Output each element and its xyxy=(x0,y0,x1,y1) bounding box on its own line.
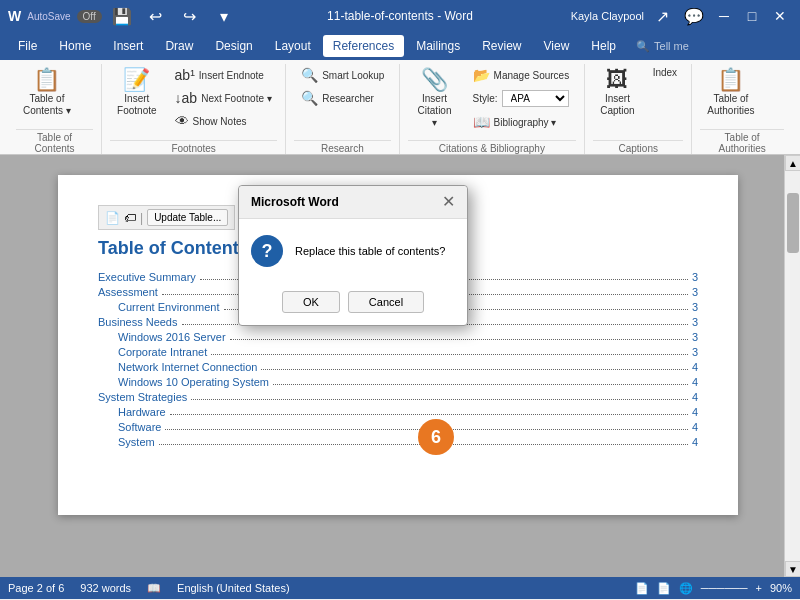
style-button[interactable]: Style: APA MLA Chicago xyxy=(466,87,577,110)
menu-home[interactable]: Home xyxy=(49,35,101,57)
research-group-label: Research xyxy=(294,140,390,154)
restore-button[interactable]: □ xyxy=(740,4,764,28)
next-footnote-button[interactable]: ↓ab Next Footnote ▾ xyxy=(168,87,279,109)
insert-citation-button[interactable]: 📎 InsertCitation ▾ xyxy=(408,64,462,134)
redo-icon[interactable]: ↪ xyxy=(176,2,204,30)
smart-lookup-label: Smart Lookup xyxy=(322,70,384,81)
ribbon-group-footnotes: 📝 InsertFootnote ab¹ Insert Endnote ↓ab … xyxy=(102,64,286,154)
index-button[interactable]: Index xyxy=(646,64,684,81)
manage-sources-label: Manage Sources xyxy=(494,70,570,81)
autosave-label: AutoSave xyxy=(27,11,70,22)
citations-group-label: Citations & Bibliography xyxy=(408,140,577,154)
zoom-in[interactable]: + xyxy=(756,582,762,594)
user-name: Kayla Claypool xyxy=(571,10,644,22)
toc-label: Table ofContents ▾ xyxy=(23,93,71,117)
word-logo-icon: W xyxy=(8,8,21,24)
proofing-icon: 📖 xyxy=(147,582,161,595)
insert-footnote-button[interactable]: 📝 InsertFootnote xyxy=(110,64,163,122)
style-label: Style: xyxy=(473,93,498,104)
step-badge: 6 xyxy=(418,419,454,455)
smart-lookup-icon: 🔍 xyxy=(301,67,318,83)
menu-help[interactable]: Help xyxy=(581,35,626,57)
authorities-label: Table ofAuthorities xyxy=(707,93,754,117)
table-of-contents-button[interactable]: 📋 Table ofContents ▾ xyxy=(16,64,78,122)
ribbon: 📋 Table ofContents ▾ Table of Contents 📝… xyxy=(0,60,800,155)
ribbon-group-toc: 📋 Table ofContents ▾ Table of Contents xyxy=(8,64,102,154)
dialog-overlay: Microsoft Word ✕ ? Replace this table of… xyxy=(58,175,738,515)
caption-label: InsertCaption xyxy=(600,93,634,117)
ribbon-group-captions: 🖼 InsertCaption Index Captions xyxy=(585,64,692,154)
autosave-toggle[interactable]: Off xyxy=(77,10,102,23)
researcher-button[interactable]: 🔍 Researcher xyxy=(294,87,391,109)
ribbon-group-captions-content: 🖼 InsertCaption Index xyxy=(593,64,684,138)
scroll-track xyxy=(785,171,800,561)
menu-layout[interactable]: Layout xyxy=(265,35,321,57)
page-info: Page 2 of 6 xyxy=(8,582,64,594)
menu-view[interactable]: View xyxy=(534,35,580,57)
footnote-label: InsertFootnote xyxy=(117,93,156,117)
menu-bar: File Home Insert Draw Design Layout Refe… xyxy=(0,32,800,60)
dialog-ok-button[interactable]: OK xyxy=(282,291,340,313)
captions-group-label: Captions xyxy=(593,140,683,154)
title-bar-right: Kayla Claypool ↗ 💬 ─ □ ✕ xyxy=(571,2,792,30)
menu-file[interactable]: File xyxy=(8,35,47,57)
ribbon-group-toc-content: 📋 Table ofContents ▾ xyxy=(16,64,78,127)
comment-icon[interactable]: 💬 xyxy=(680,2,708,30)
smart-lookup-button[interactable]: 🔍 Smart Lookup xyxy=(294,64,391,86)
dialog-title: Microsoft Word xyxy=(251,195,339,209)
ribbon-group-authorities: 📋 Table ofAuthorities Table of Authoriti… xyxy=(692,64,792,154)
scroll-up-arrow[interactable]: ▲ xyxy=(785,155,800,171)
scroll-down-arrow[interactable]: ▼ xyxy=(785,561,800,577)
scroll-handle[interactable] xyxy=(787,193,799,253)
insert-endnote-button[interactable]: ab¹ Insert Endnote xyxy=(168,64,279,86)
table-of-authorities-button[interactable]: 📋 Table ofAuthorities xyxy=(700,64,761,122)
title-bar: W AutoSave Off 💾 ↩ ↪ ▾ 11-table-of-conte… xyxy=(0,0,800,32)
language: English (United States) xyxy=(177,582,290,594)
close-button[interactable]: ✕ xyxy=(768,4,792,28)
dropdown-icon[interactable]: ▾ xyxy=(210,2,238,30)
dialog-question-icon: ? xyxy=(251,235,283,267)
footnote-icon: 📝 xyxy=(123,69,150,91)
share-icon[interactable]: ↗ xyxy=(648,2,676,30)
footnote-secondary: ab¹ Insert Endnote ↓ab Next Footnote ▾ 👁… xyxy=(168,64,279,132)
caption-icon: 🖼 xyxy=(606,69,628,91)
menu-draw[interactable]: Draw xyxy=(155,35,203,57)
citation-label: InsertCitation ▾ xyxy=(415,93,455,129)
view-icon-web[interactable]: 🌐 xyxy=(679,582,693,595)
tell-me-label: Tell me xyxy=(654,40,689,52)
minimize-button[interactable]: ─ xyxy=(712,4,736,28)
ribbon-group-authorities-content: 📋 Table ofAuthorities xyxy=(700,64,761,127)
menu-insert[interactable]: Insert xyxy=(103,35,153,57)
style-select[interactable]: APA MLA Chicago xyxy=(502,90,569,107)
dialog-cancel-button[interactable]: Cancel xyxy=(348,291,424,313)
menu-references[interactable]: References xyxy=(323,35,404,57)
view-icon-read[interactable]: 📄 xyxy=(635,582,649,595)
menu-design[interactable]: Design xyxy=(205,35,262,57)
view-icon-print[interactable]: 📄 xyxy=(657,582,671,595)
manage-sources-icon: 📂 xyxy=(473,67,490,83)
show-notes-button[interactable]: 👁 Show Notes xyxy=(168,110,279,132)
bibliography-icon: 📖 xyxy=(473,114,490,130)
dialog-footer: OK Cancel xyxy=(239,283,467,325)
insert-caption-button[interactable]: 🖼 InsertCaption xyxy=(593,64,641,122)
dialog-message: Replace this table of contents? xyxy=(295,245,445,257)
zoom-level: 90% xyxy=(770,582,792,594)
document-page: 📄 🏷 | Update Table... Table of Contents … xyxy=(58,175,738,515)
vertical-scrollbar: ▲ ▼ xyxy=(784,155,800,577)
captions-secondary: Index xyxy=(646,64,684,81)
dialog-close-button[interactable]: ✕ xyxy=(442,194,455,210)
zoom-slider[interactable]: ────── xyxy=(701,582,748,594)
ribbon-groups: 📋 Table ofContents ▾ Table of Contents 📝… xyxy=(8,64,792,154)
undo-icon[interactable]: ↩ xyxy=(142,2,170,30)
citation-icon: 📎 xyxy=(421,69,448,91)
endnote-label: Insert Endnote xyxy=(199,70,264,81)
menu-mailings[interactable]: Mailings xyxy=(406,35,470,57)
manage-sources-button[interactable]: 📂 Manage Sources xyxy=(466,64,577,86)
next-fn-label: Next Footnote ▾ xyxy=(201,93,272,104)
bibliography-button[interactable]: 📖 Bibliography ▾ xyxy=(466,111,577,133)
menu-review[interactable]: Review xyxy=(472,35,531,57)
search-area[interactable]: 🔍 Tell me xyxy=(636,40,689,53)
citations-secondary: 📂 Manage Sources Style: APA MLA Chicago … xyxy=(466,64,577,133)
dialog-title-bar: Microsoft Word ✕ xyxy=(239,186,467,219)
save-icon[interactable]: 💾 xyxy=(108,2,136,30)
